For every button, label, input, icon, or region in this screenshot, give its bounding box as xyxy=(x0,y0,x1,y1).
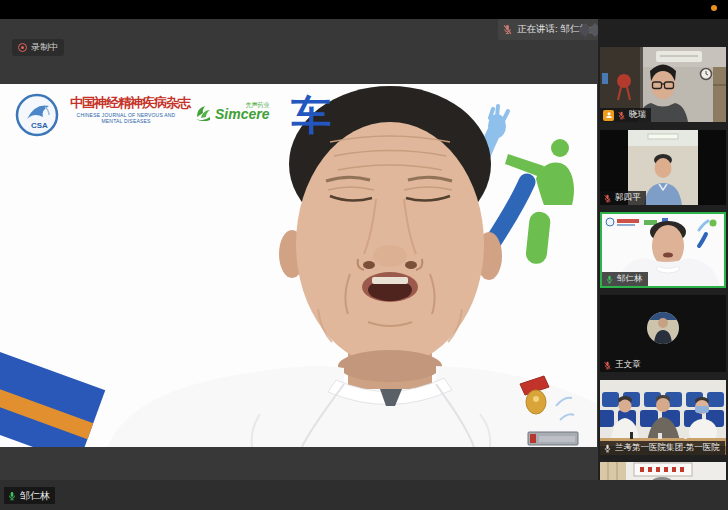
main-speaker-name: 邹仁林 xyxy=(20,489,50,503)
record-icon xyxy=(18,43,27,52)
journal-title-en-line2: MENTAL DISEASES xyxy=(70,118,182,124)
csa-society-logo: CSA xyxy=(14,92,60,138)
name-plate xyxy=(528,432,578,445)
journal-logo: 中国神经精神疾病杂志 CHINESE JOURNAL OF NERVOUS AN… xyxy=(70,94,182,124)
recording-indicator: 录制中 xyxy=(12,39,64,56)
mic-muted-icon xyxy=(603,361,612,370)
main-speaker-video[interactable]: CSA 中国神经精神疾病杂志 CHINESE JOURNAL OF NERVOU… xyxy=(0,84,597,447)
participant-name: 晓瑞 xyxy=(629,109,646,121)
participant-name: 兰考第一医院集团-第一医院 xyxy=(615,442,720,454)
journal-title-cn: 中国神经精神疾病杂志 xyxy=(70,94,182,112)
now-speaking-indicator: 正在讲话: 邹仁林; xyxy=(498,19,604,40)
participant-name: 王文章 xyxy=(615,359,641,371)
recording-label: 录制中 xyxy=(31,41,58,54)
mic-on-icon xyxy=(7,491,17,501)
main-speaker-name-label: 邹仁林 xyxy=(4,487,55,504)
meeting-window: CSA 中国神经精神疾病杂志 CHINESE JOURNAL OF NERVOU… xyxy=(0,0,728,510)
mic-on-icon xyxy=(605,275,614,284)
participant-name: 郭四平 xyxy=(615,192,641,204)
mic-muted-icon xyxy=(617,111,626,120)
participant-name: 邹仁林 xyxy=(617,273,643,285)
csa-logo-text: CSA xyxy=(31,121,48,130)
simcere-logo: 先声药业 Simcere xyxy=(194,102,269,121)
now-speaking-text: 正在讲话: 邹仁林; xyxy=(517,23,591,36)
simcere-text-en: Simcere xyxy=(215,108,269,121)
participant-tile-guosiping[interactable]: 郭四平 xyxy=(600,130,726,205)
window-title-bar xyxy=(0,0,728,19)
host-badge-icon xyxy=(603,110,614,121)
mic-muted-icon xyxy=(502,24,513,35)
participant-tile-xiaorui[interactable]: 晓瑞 xyxy=(600,47,726,122)
participant-tile-wangwenzhang[interactable]: 王文章 xyxy=(600,295,726,372)
window-bottom-strip xyxy=(0,480,728,510)
participant-tile-lankao-hospital[interactable]: 兰考第一医院集团-第一医院 xyxy=(600,380,726,455)
mic-muted-icon xyxy=(603,194,612,203)
mic-on-icon xyxy=(603,444,612,453)
participant-tile-zourenlin-active[interactable]: 邹仁林 xyxy=(600,212,726,288)
banner-calligraphy-char: 车 xyxy=(291,88,331,143)
notification-dot xyxy=(711,5,717,11)
simcere-hand-icon xyxy=(194,103,212,121)
